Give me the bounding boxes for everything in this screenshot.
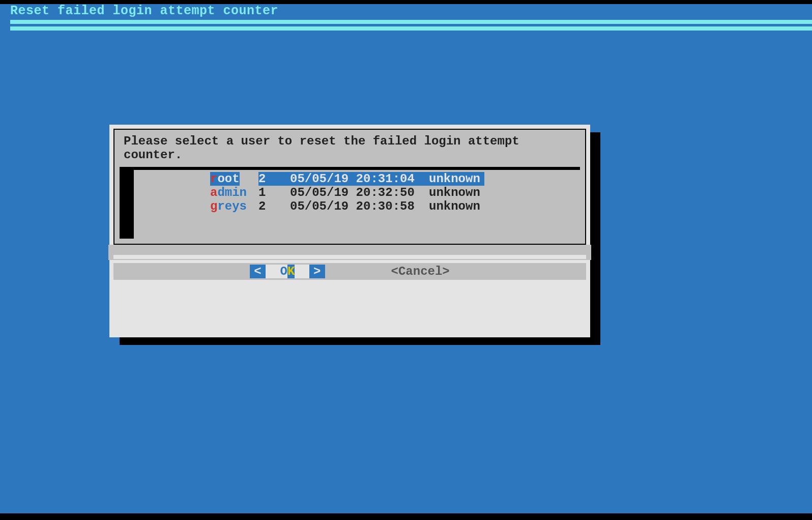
fail-count: 1 (258, 186, 290, 199)
user-name: greys (210, 199, 258, 213)
ok-button[interactable]: < OK > (250, 265, 325, 278)
user-row-admin[interactable]: admin 1 05/05/19 20:32:50 unknown (134, 186, 580, 199)
dialog-frame: Please select a user to reset the failed… (113, 129, 586, 245)
page-title: Reset failed login attempt counter (0, 4, 278, 18)
decorative-bar-2 (10, 26, 812, 31)
title-bar: Reset failed login attempt counter (0, 4, 812, 18)
main-area: Please select a user to reset the failed… (0, 18, 812, 513)
user-list[interactable]: root 2 05/05/19 20:31:04 unknown admin 1… (134, 170, 580, 239)
user-row-root[interactable]: root 2 05/05/19 20:31:04 unknown (134, 172, 580, 186)
user-row-greys[interactable]: greys 2 05/05/19 20:30:58 unknown (134, 199, 580, 213)
user-name: admin (210, 186, 258, 199)
cancel-button[interactable]: <Cancel> (391, 265, 450, 278)
user-list-container: root 2 05/05/19 20:31:04 unknown admin 1… (120, 167, 580, 239)
user-name: root (210, 172, 258, 186)
fail-count: 2 (258, 172, 290, 186)
source: unknown (420, 172, 484, 186)
decorative-bar-1 (10, 20, 812, 24)
dialog-box: Please select a user to reset the failed… (109, 125, 590, 337)
timestamp: 05/05/19 20:31:04 (290, 172, 420, 186)
timestamp: 05/05/19 20:30:58 (290, 199, 420, 213)
timestamp: 05/05/19 20:32:50 (290, 186, 420, 199)
source: unknown (420, 199, 480, 213)
source: unknown (420, 186, 480, 199)
fail-count: 2 (258, 199, 290, 213)
button-bar: < OK > <Cancel> (113, 263, 586, 280)
dialog-prompt: Please select a user to reset the failed… (120, 132, 580, 167)
